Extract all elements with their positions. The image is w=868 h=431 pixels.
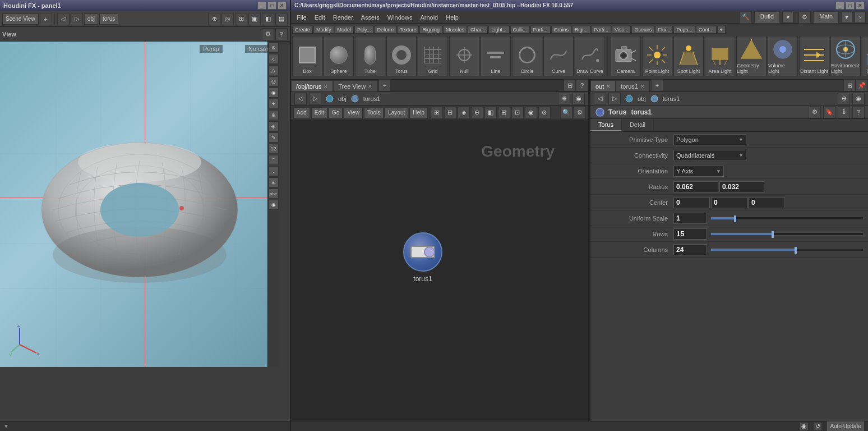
graph-tool-5[interactable]: ◧ bbox=[484, 107, 497, 119]
shelf-tool-torus[interactable]: Torus bbox=[386, 36, 417, 76]
props-tab-out-close[interactable]: ✕ bbox=[606, 84, 611, 89]
shelf-tool-sky-light[interactable]: Sky Light bbox=[862, 36, 868, 76]
props-help-icon[interactable]: ? bbox=[852, 106, 865, 118]
graph-tool-9[interactable]: ⊗ bbox=[538, 107, 551, 119]
sidebar-icon-7[interactable]: ⊕ bbox=[269, 110, 279, 120]
viewport[interactable]: Persp No cam bbox=[0, 42, 279, 367]
main-btn[interactable]: Main bbox=[813, 11, 839, 24]
new-tab-btn[interactable]: + bbox=[378, 79, 391, 91]
main-dropdown[interactable]: ▼ bbox=[841, 12, 852, 23]
build-btn[interactable]: Build bbox=[754, 11, 780, 24]
shelf-tab-rigging[interactable]: Rigging bbox=[419, 26, 442, 34]
shelf-tool-distant-light[interactable]: Distant Light bbox=[799, 36, 829, 76]
shelf-tool-line[interactable]: Line bbox=[481, 36, 511, 76]
obj-path-left[interactable]: obj bbox=[84, 13, 98, 25]
shelf-tab-create[interactable]: Create bbox=[292, 26, 313, 34]
props-fwd-btn[interactable]: ▷ bbox=[608, 93, 621, 105]
question-btn[interactable]: ? bbox=[855, 12, 866, 23]
sidebar-icon-3[interactable]: △ bbox=[269, 65, 279, 75]
props-info-icon[interactable]: ℹ bbox=[838, 106, 850, 118]
main-icon[interactable]: ⚙ bbox=[798, 11, 811, 24]
build-icon[interactable]: 🔨 bbox=[740, 11, 752, 24]
menu-file[interactable]: File bbox=[293, 13, 310, 22]
shelf-tool-tube[interactable]: Tube bbox=[355, 36, 385, 76]
right-close-btn[interactable]: ✕ bbox=[856, 2, 865, 10]
props-tab-detail[interactable]: Detail bbox=[622, 119, 654, 131]
shelf-tool-box[interactable]: Box bbox=[292, 36, 322, 76]
graph-tool-4[interactable]: ⊕ bbox=[471, 107, 483, 119]
view-settings-btn[interactable]: ◧ bbox=[262, 13, 274, 25]
props-path-close[interactable]: ⊕ bbox=[838, 93, 850, 105]
props-gear-icon[interactable]: ⚙ bbox=[809, 106, 821, 118]
props-options-btn[interactable]: ⊞ bbox=[843, 79, 856, 91]
props-tab-torus[interactable]: Torus bbox=[590, 119, 622, 131]
shelf-tool-geometry-light[interactable]: Geometry Light bbox=[736, 36, 767, 76]
connectivity-dropdown[interactable]: Quadrilaterals ▼ bbox=[673, 150, 746, 161]
node-graph-canvas[interactable]: Geometry torus1 bbox=[291, 120, 588, 421]
shelf-tool-area-light[interactable]: Area Light bbox=[705, 36, 735, 76]
render-region-btn[interactable]: ▣ bbox=[248, 13, 261, 25]
shelf-tab-flui[interactable]: Flui... bbox=[655, 26, 673, 34]
props-pin-btn[interactable]: 📌 bbox=[856, 79, 868, 91]
torus-path-left[interactable]: torus bbox=[99, 13, 118, 25]
orientation-dropdown[interactable]: Y Axis ▼ bbox=[673, 166, 724, 177]
sidebar-icon-12[interactable]: ⌄ bbox=[269, 166, 279, 176]
graph-tool-6[interactable]: ⊞ bbox=[498, 107, 510, 119]
props-tab-torus1-close[interactable]: ✕ bbox=[640, 84, 645, 89]
view-options-btn[interactable]: ⚙ bbox=[262, 28, 274, 40]
shelf-tool-env-light[interactable]: Environment Light bbox=[830, 36, 861, 76]
graph-tool-2[interactable]: ⊟ bbox=[444, 107, 456, 119]
sidebar-icon-5[interactable]: ◉ bbox=[269, 88, 279, 98]
columns-input[interactable] bbox=[673, 244, 707, 255]
sidebar-icon-11[interactable]: ⌃ bbox=[269, 155, 279, 165]
shelf-tab-rigi[interactable]: Rigi... bbox=[572, 26, 590, 34]
menu-arnold[interactable]: Arnold bbox=[417, 13, 441, 22]
menu-help[interactable]: Help bbox=[442, 13, 462, 22]
rows-slider[interactable] bbox=[710, 232, 864, 236]
tab-obj-torus-close[interactable]: ✕ bbox=[324, 84, 328, 89]
shelf-tool-draw-curve[interactable]: Draw Curve bbox=[575, 36, 605, 76]
primitive-type-dropdown[interactable]: Polygon ▼ bbox=[673, 134, 746, 145]
right-minimize-btn[interactable]: _ bbox=[835, 2, 844, 10]
graph-tool-8[interactable]: ◉ bbox=[525, 107, 537, 119]
right-maximize-btn[interactable]: □ bbox=[846, 2, 855, 10]
shelf-tool-sphere[interactable]: Sphere bbox=[324, 36, 354, 76]
bookmark-btn[interactable]: ⊕ bbox=[208, 13, 220, 25]
build-dropdown[interactable]: ▼ bbox=[782, 12, 793, 23]
graph-tool-7[interactable]: ⊡ bbox=[511, 107, 524, 119]
shelf-tab-colli[interactable]: Colli... bbox=[510, 26, 530, 34]
graph-view-options[interactable]: ⚙ bbox=[574, 107, 586, 119]
graph-tools[interactable]: Tools bbox=[364, 107, 384, 118]
camera-icon-btn[interactable]: ◎ bbox=[221, 13, 234, 25]
left-maximize-btn[interactable]: □ bbox=[267, 2, 276, 10]
shelf-tab-more[interactable]: + bbox=[717, 26, 726, 34]
auto-update-btn[interactable]: Auto Update bbox=[827, 421, 865, 432]
shelf-tab-modify[interactable]: Modify bbox=[313, 26, 334, 34]
tab-tree-view[interactable]: Tree View ✕ bbox=[333, 80, 377, 91]
scene-view-tab[interactable]: Scene View bbox=[2, 13, 39, 25]
shelf-tool-grid[interactable]: Grid bbox=[418, 36, 448, 76]
tab-tree-view-close[interactable]: ✕ bbox=[368, 84, 372, 89]
radius-input-2[interactable] bbox=[719, 181, 764, 192]
sidebar-icon-abc[interactable]: abc bbox=[269, 189, 279, 199]
shelf-tool-camera[interactable]: Camera bbox=[611, 36, 641, 76]
shelf-tool-volume-light[interactable]: Volume Light bbox=[768, 36, 798, 76]
status-icon2[interactable]: ↺ bbox=[813, 422, 822, 431]
menu-assets[interactable]: Assets bbox=[358, 13, 383, 22]
add-tab-btn[interactable]: + bbox=[40, 13, 52, 25]
graph-help-btn[interactable]: ? bbox=[576, 79, 588, 91]
graph-options-btn[interactable]: ⊞ bbox=[564, 79, 576, 91]
props-bookmark-icon[interactable]: 🔖 bbox=[823, 106, 835, 118]
shelf-tab-parti[interactable]: Parti... bbox=[530, 26, 551, 34]
nav-fwd-btn[interactable]: ▷ bbox=[71, 13, 83, 25]
uniform-scale-input[interactable] bbox=[673, 213, 707, 224]
path-fwd-btn[interactable]: ▷ bbox=[309, 93, 321, 105]
center-y-input[interactable] bbox=[711, 197, 747, 208]
menu-edit[interactable]: Edit bbox=[311, 13, 329, 22]
sidebar-icon-8[interactable]: ◈ bbox=[269, 121, 279, 131]
left-minimize-btn[interactable]: _ bbox=[257, 2, 266, 10]
shelf-tool-null[interactable]: Null bbox=[449, 36, 479, 76]
options-btn[interactable]: ▤ bbox=[275, 13, 288, 25]
graph-view[interactable]: View bbox=[344, 107, 363, 118]
sidebar-icon-1[interactable]: ⊕ bbox=[269, 43, 279, 53]
